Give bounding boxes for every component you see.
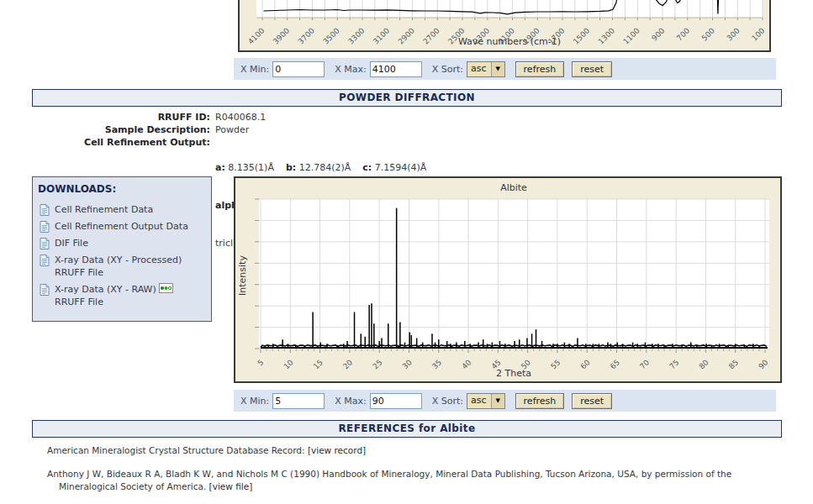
refresh-button[interactable]: refresh	[515, 61, 565, 77]
wave-numbers-axis-label: Wave numbers (cm-1)	[458, 36, 561, 47]
svg-text:30: 30	[401, 358, 414, 370]
document-icon	[40, 204, 50, 216]
x-min-label: X Min:	[240, 64, 269, 75]
intensity-axis-label: Intensity	[237, 255, 248, 296]
svg-text:85: 85	[727, 358, 740, 370]
svg-text:10: 10	[282, 358, 295, 370]
download-link-label: X-ray Data (XY - Processed)RRUFF File	[55, 254, 182, 279]
svg-text:3300: 3300	[346, 26, 366, 45]
view-record-link[interactable]: [view record]	[308, 445, 366, 455]
spectrum-chart-panel: 4100390037003500330031002900270025002300…	[238, 0, 771, 52]
document-icon	[40, 255, 50, 279]
svg-text:4100: 4100	[246, 26, 266, 45]
svg-text:3500: 3500	[321, 26, 341, 45]
svg-text:1300: 1300	[597, 26, 616, 45]
sample-description-label: Sample Description:	[32, 123, 210, 136]
svg-text:2900: 2900	[397, 26, 416, 45]
download-link-label: DIF File	[55, 237, 88, 249]
svg-text:500: 500	[700, 26, 716, 42]
document-icon	[40, 284, 50, 308]
svg-text:3900: 3900	[272, 26, 291, 45]
svg-text:300: 300	[725, 26, 741, 42]
reset-button[interactable]: reset	[572, 393, 612, 409]
x-sort-select[interactable]: asc ▼	[467, 393, 505, 409]
svg-text:900: 900	[650, 26, 666, 42]
svg-text:65: 65	[609, 358, 621, 370]
dropdown-arrow-icon: ▼	[491, 62, 504, 76]
svg-text:5: 5	[256, 358, 265, 367]
x-max-label: X Max:	[335, 64, 366, 75]
svg-text:35: 35	[430, 358, 443, 370]
xrd-chart-controls: X Min: X Max: X Sort: asc ▼ refresh rese…	[234, 390, 776, 412]
x-max-input[interactable]	[370, 393, 422, 409]
svg-text:55: 55	[549, 358, 562, 370]
refresh-button[interactable]: refresh	[515, 393, 565, 409]
download-link-label: Cell Refinement Data	[55, 203, 153, 216]
rruff-id-value: R040068.1	[215, 111, 266, 123]
downloads-title: DOWNLOADS:	[38, 183, 206, 195]
xrd-chart-title: Albite	[500, 182, 527, 193]
rruff-powder-diffraction-page: 4100390037003500330031002900270025002300…	[0, 0, 813, 504]
spectrum-chart-controls: X Min: X Max: X Sort: asc ▼ refresh rese…	[234, 58, 776, 80]
cell-params-abc: a: 8.135(1)Å b: 12.784(2)Å c: 7.1594(4)Å	[215, 161, 702, 174]
reset-button[interactable]: reset	[572, 61, 612, 77]
svg-text:25: 25	[371, 358, 383, 370]
download-link-item[interactable]: Cell Refinement Data	[40, 203, 206, 216]
powder-diffraction-header: POWDER DIFFRACTION	[32, 89, 782, 107]
references-block: American Mineralogist Crystal Structure …	[47, 444, 780, 504]
view-file-link[interactable]: [view file]	[209, 481, 253, 491]
x-sort-select[interactable]: asc ▼	[467, 61, 505, 77]
dropdown-arrow-icon: ▼	[491, 394, 504, 408]
download-link-item[interactable]: X-ray Data (XY - Processed)RRUFF File	[40, 254, 206, 279]
svg-text:40: 40	[460, 358, 472, 370]
spectrum-chart: 4100390037003500330031002900270025002300…	[240, 0, 769, 50]
download-link-label: X-ray Data (XY - RAW)RRUFF File	[55, 283, 173, 308]
xrd-chart: Albite5101520253035404550556065707580859…	[235, 178, 780, 381]
sample-description-value: Powder	[215, 123, 249, 136]
reference-entry: Anthony J W, Bideaux R A, Bladh K W, and…	[47, 468, 780, 493]
svg-text:700: 700	[675, 26, 691, 42]
xrd-chart-panel: Albite5101520253035404550556065707580859…	[234, 176, 782, 383]
download-link-item[interactable]: DIF File	[40, 237, 206, 249]
svg-text:70: 70	[638, 358, 651, 370]
references-header: REFERENCES for Albite	[32, 420, 782, 438]
x-min-input[interactable]	[272, 393, 325, 409]
reference-entry: American Mineralogist Crystal Structure …	[47, 444, 780, 457]
svg-text:2700: 2700	[421, 26, 441, 45]
two-theta-axis-label: 2 Theta	[496, 368, 531, 379]
raw-data-dots-icon	[159, 283, 173, 293]
svg-text:90: 90	[757, 358, 769, 370]
svg-text:60: 60	[578, 358, 591, 370]
svg-text:20: 20	[341, 358, 354, 370]
svg-text:3700: 3700	[297, 26, 316, 45]
downloads-panel: DOWNLOADS: Cell Refinement DataCell Refi…	[32, 176, 212, 322]
download-link-item[interactable]: Cell Refinement Output Data	[40, 220, 206, 233]
svg-text:3100: 3100	[372, 26, 391, 45]
downloads-list: Cell Refinement DataCell Refinement Outp…	[40, 203, 206, 308]
rruff-id-label: RRUFF ID:	[32, 111, 210, 123]
x-min-input[interactable]	[272, 61, 325, 77]
svg-text:100: 100	[750, 26, 766, 42]
document-icon	[40, 238, 50, 249]
svg-text:80: 80	[698, 358, 710, 370]
x-max-label: X Max:	[335, 396, 366, 407]
x-max-input[interactable]	[370, 61, 422, 77]
svg-text:1500: 1500	[572, 26, 591, 45]
download-link-item[interactable]: X-ray Data (XY - RAW)RRUFF File	[40, 283, 206, 308]
document-icon	[40, 221, 50, 233]
svg-text:1100: 1100	[621, 26, 641, 45]
svg-text:15: 15	[312, 358, 325, 370]
download-link-label: Cell Refinement Output Data	[55, 220, 188, 233]
x-sort-label: X Sort:	[432, 64, 463, 75]
svg-text:75: 75	[668, 358, 680, 370]
x-min-label: X Min:	[240, 396, 269, 407]
x-sort-label: X Sort:	[432, 396, 463, 407]
